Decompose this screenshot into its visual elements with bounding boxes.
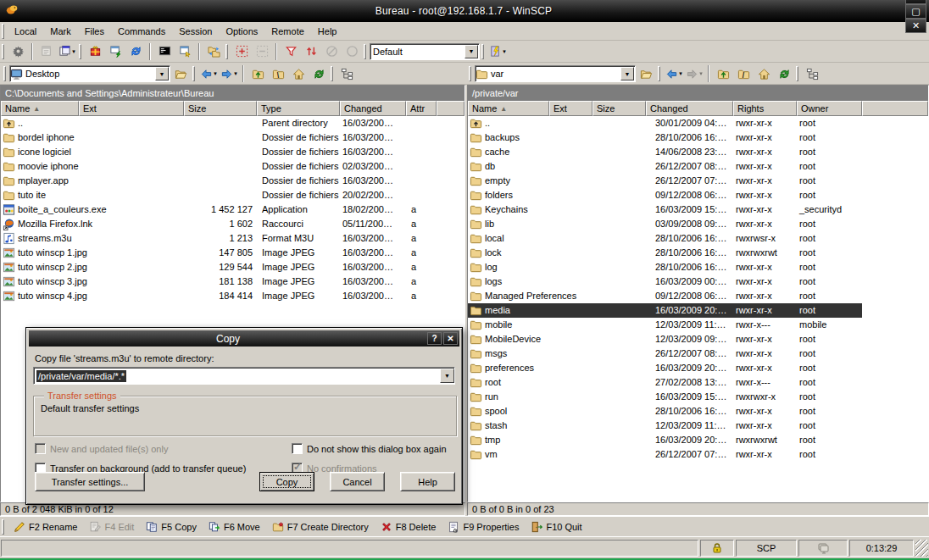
menu-session[interactable]: Session	[172, 24, 219, 39]
dropdown-arrow-icon[interactable]: ▾	[234, 70, 237, 77]
fn-f7-button[interactable]: F7 Create Directory	[266, 519, 375, 535]
home-directory-button[interactable]	[754, 64, 774, 83]
dropdown-arrow-icon[interactable]: ▾	[699, 70, 703, 77]
file-row-root[interactable]: root27/02/2008 13:…rwxr-x---root	[468, 375, 928, 390]
file-row-folders[interactable]: folders09/12/2008 06:…rwxr-xr-xroot	[468, 188, 928, 202]
dropdown-arrow-icon[interactable]: ▾	[214, 70, 217, 77]
file-row-streams.m3u[interactable]: streams.m3u1 213Format M3U16/03/200…a	[1, 231, 464, 246]
file-row-msgs[interactable]: msgs26/12/2007 08:…rwxr-xr-xroot	[468, 347, 928, 361]
column-header-rights[interactable]: Rights	[733, 101, 797, 116]
file-row-managed-preferences[interactable]: Managed Preferences09/12/2008 06:…rwxr-x…	[468, 289, 928, 303]
menu-mark[interactable]: Mark	[43, 24, 77, 39]
dropdown-arrow-icon[interactable]: ▾	[679, 70, 682, 77]
resize-grip[interactable]	[915, 540, 928, 557]
fn-f9-button[interactable]: F9 Properties	[442, 519, 525, 535]
select-button[interactable]	[231, 42, 252, 61]
fn-f5-button[interactable]: F5 Copy	[140, 519, 203, 535]
home-directory-button[interactable]	[288, 64, 309, 83]
file-row-tuto-ite[interactable]: tuto iteDossier de fichiers20/02/200…	[1, 188, 464, 202]
copy-button[interactable]: Copy	[259, 472, 314, 491]
menu-remote[interactable]: Remote	[264, 24, 311, 39]
open-directory-button[interactable]	[636, 64, 656, 83]
root-directory-backslash-button[interactable]: \	[268, 64, 288, 83]
external-session-button[interactable]	[175, 42, 195, 61]
dont-show-again-checkbox-box[interactable]	[292, 443, 303, 454]
transfer-settings-button[interactable]: Transfer settings...	[35, 472, 145, 491]
maximize-button[interactable]: ▢	[905, 4, 926, 19]
fn-f2-button[interactable]: F2 Rename	[8, 519, 83, 535]
file-row-tmp[interactable]: tmp16/03/2009 20:…rwxrwxrwtroot	[468, 433, 928, 447]
file-row-..[interactable]: ..Parent directory16/03/200…	[1, 116, 464, 130]
fn-f8-button[interactable]: F8 Delete	[375, 519, 442, 535]
dropdown-arrow-icon[interactable]: ▾	[503, 48, 506, 55]
back-button[interactable]: ▾	[198, 64, 219, 83]
combo-dropdown-button[interactable]: ▼	[440, 369, 454, 383]
file-row-mobile[interactable]: mobile12/03/2009 11:…rwxr-x---mobile	[468, 318, 928, 332]
file-row-bordel-iphone[interactable]: bordel iphoneDossier de fichiers16/03/20…	[1, 130, 464, 145]
local-directory-combo[interactable]: Desktop▼	[9, 65, 170, 82]
open-directory-button[interactable]	[170, 64, 191, 83]
parent-directory-button[interactable]	[713, 64, 733, 83]
file-row-mplayer.app[interactable]: mplayer.appDossier de fichiers16/03/200…	[1, 174, 464, 188]
file-row-run[interactable]: run16/03/2009 15:…rwxrwxr-xroot	[468, 390, 928, 404]
file-row-lock[interactable]: lock28/10/2006 16:…rwxrwxrwtroot	[468, 246, 928, 260]
fn-f6-button[interactable]: F6 Move	[203, 519, 266, 535]
file-row-media[interactable]: media16/03/2009 20:…rwxr-xr-xroot	[468, 303, 928, 318]
combo-dropdown-button[interactable]: ▼	[155, 67, 169, 80]
tree-button[interactable]	[337, 64, 357, 83]
tree-button[interactable]	[802, 64, 822, 83]
file-row-spool[interactable]: spool28/10/2006 16:…rwxr-xr-xroot	[468, 404, 928, 419]
transfer-settings-button[interactable]: ▾	[487, 42, 508, 61]
dont-show-again-checkbox[interactable]: Do not show this dialog box again	[292, 443, 447, 454]
console-button[interactable]	[154, 42, 175, 61]
combo-dropdown-button[interactable]: ▼	[464, 45, 478, 58]
file-row-log[interactable]: log28/10/2006 16:…rwxr-xr-xroot	[468, 260, 928, 274]
file-row-preferences[interactable]: preferences16/03/2009 20:…rwxr-xr-xroot	[468, 361, 928, 375]
file-row-vm[interactable]: vm26/12/2007 07:…rwxr-xr-xroot	[468, 447, 928, 462]
file-row-moovie-iphone[interactable]: moovie iphoneDossier de fichiers02/03/20…	[1, 159, 464, 174]
help-button[interactable]: Help	[400, 472, 455, 491]
file-row-stash[interactable]: stash12/03/2009 11:…rwxr-xr-xroot	[468, 419, 928, 433]
menu-local[interactable]: Local	[8, 24, 43, 39]
file-row-lib[interactable]: lib03/09/2008 09:…rwxr-xr-xroot	[468, 217, 928, 231]
file-row-empty[interactable]: empty26/12/2007 07:…rwxr-xr-xroot	[468, 174, 928, 188]
fn-f10-button[interactable]: F10 Quit	[525, 519, 587, 535]
file-row-backups[interactable]: backups28/10/2006 16:…rwxr-xr-xroot	[468, 130, 928, 145]
cancel-button[interactable]: Cancel	[330, 472, 385, 491]
column-header-ext[interactable]: Ext	[79, 101, 184, 116]
forward-button[interactable]: ▾	[219, 64, 239, 83]
menu-options[interactable]: Options	[219, 24, 264, 39]
dialog-close-button[interactable]: ✕	[443, 332, 458, 345]
gear-button[interactable]	[8, 42, 28, 61]
combo-dropdown-button[interactable]: ▼	[620, 67, 634, 80]
column-header-type[interactable]: Type	[257, 101, 340, 116]
file-row-mobiledevice[interactable]: MobileDevice12/03/2009 09:…rwxr-xr-xroot	[468, 332, 928, 347]
column-header-size[interactable]: Size	[184, 101, 257, 116]
refresh-button[interactable]	[774, 64, 794, 83]
column-header-attr[interactable]: Attr	[406, 101, 437, 116]
file-row-db[interactable]: db26/12/2007 08:…rwxr-xr-xroot	[468, 159, 928, 174]
column-header-size[interactable]: Size	[592, 101, 646, 116]
menu-commands[interactable]: Commands	[111, 24, 172, 39]
file-row-mozilla-firefox.lnk[interactable]: Mozilla Firefox.lnk1 602Raccourci05/11/2…	[1, 217, 464, 231]
file-row-tuto-winscp-4.jpg[interactable]: tuto winscp 4.jpg184 414Image JPEG16/03/…	[1, 289, 464, 303]
file-row-keychains[interactable]: Keychains16/03/2009 15:…rwxr-xr-x_securi…	[468, 202, 928, 217]
sort-button[interactable]	[301, 42, 321, 61]
menu-files[interactable]: Files	[78, 24, 111, 39]
close-button[interactable]: ✕	[905, 19, 926, 33]
refresh-button[interactable]	[309, 64, 329, 83]
sync-browsing-button[interactable]	[85, 42, 105, 61]
session-combo[interactable]: Default▼	[370, 43, 480, 60]
help-context-button[interactable]: ?	[427, 332, 442, 345]
synchronize-button[interactable]	[203, 42, 224, 61]
file-row-tuto-winscp-2.jpg[interactable]: tuto winscp 2.jpg129 544Image JPEG16/03/…	[1, 260, 464, 274]
remote-directory-combo[interactable]: /private/var/media/*.* ▼	[33, 367, 455, 385]
file-row-tuto-winscp-1.jpg[interactable]: tuto winscp 1.jpg147 805Image JPEG16/03/…	[1, 246, 464, 260]
file-row-logs[interactable]: logs16/03/2009 00:…rwxr-xr-xroot	[468, 274, 928, 289]
root-directory-slash-button[interactable]: /	[733, 64, 754, 83]
refresh-remote-button[interactable]	[105, 42, 125, 61]
file-row-local[interactable]: local28/10/2006 16:…rwxrwsr-xroot	[468, 231, 928, 246]
file-row-cache[interactable]: cache14/06/2008 23:…rwxr-xr-xroot	[468, 145, 928, 159]
column-header-changed[interactable]: Changed	[646, 101, 733, 116]
file-row-..[interactable]: ..30/01/2009 04:…rwxr-xr-xroot	[468, 116, 928, 130]
